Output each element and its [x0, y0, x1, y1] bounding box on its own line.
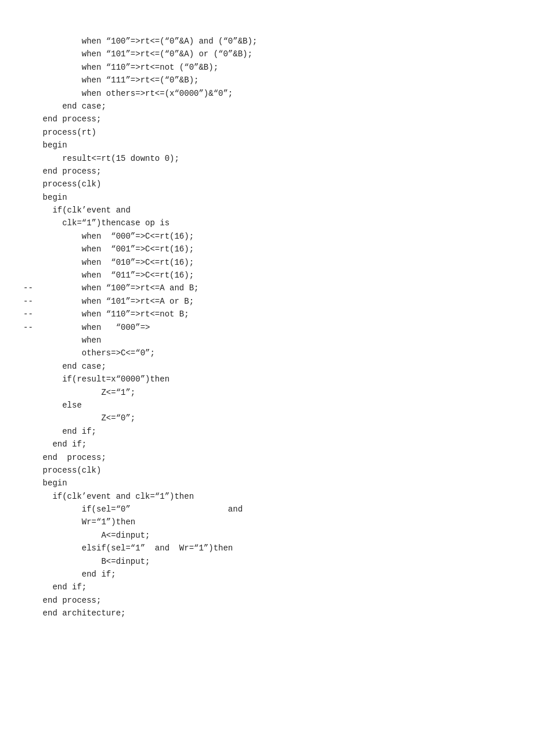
code-line: end process; — [23, 113, 511, 125]
code-line: if(clk’event and clk=“1”)then — [23, 490, 511, 503]
code-line: process(clk) — [23, 464, 511, 477]
code-line: process(rt) — [23, 126, 511, 139]
code-line: begin — [23, 477, 511, 489]
code-line: end if; — [23, 425, 511, 438]
code-line: when “011”=>C<=rt(16); — [23, 269, 511, 282]
code-line: when “111”=>rt<=(“0”&B); — [23, 74, 511, 87]
code-line: -- when “000”=> — [23, 321, 511, 334]
code-line: end if; — [23, 568, 511, 581]
code-line: end if; — [23, 438, 511, 451]
code-line: end process; — [23, 594, 511, 607]
code-line: when “001”=>C<=rt(16); — [23, 243, 511, 255]
code-line: if(result=x“0000”)then — [23, 373, 511, 386]
code-line: process(clk) — [23, 178, 511, 190]
code-line: when “000”=>C<=rt(16); — [23, 230, 511, 243]
code-line: result<=rt(15 downto 0); — [23, 152, 511, 165]
code-line: when “101”=>rt<=(“0”&A) or (“0”&B); — [23, 48, 511, 60]
code-line: if(clk’event and — [23, 204, 511, 217]
code-line: end case; — [23, 100, 511, 113]
code-line: -- when “110”=>rt<=not B; — [23, 308, 511, 321]
code-container: when “100”=>rt<=(“0”&A) and (“0”&B); whe… — [0, 35, 534, 620]
code-line: elsif(sel=“1” and Wr=“1”)then — [23, 542, 511, 555]
code-line: end if; — [23, 581, 511, 593]
code-line: A<=dinput; — [23, 529, 511, 542]
code-line: when others=>rt<=(x“0000”)&“0”; — [23, 87, 511, 100]
code-line: when “010”=>C<=rt(16); — [23, 256, 511, 269]
code-line: when “110”=>rt<=not (“0”&B); — [23, 61, 511, 74]
code-line: -- when “101”=>rt<=A or B; — [23, 295, 511, 308]
code-line: end process; — [23, 165, 511, 178]
code-line: others=>C<=“0”; — [23, 347, 511, 359]
code-line: when “100”=>rt<=(“0”&A) and (“0”&B); — [23, 35, 511, 48]
code-line: if(sel=“0” and — [23, 503, 511, 516]
code-line: begin — [23, 191, 511, 204]
code-line: B<=dinput; — [23, 555, 511, 568]
code-line: begin — [23, 139, 511, 152]
code-line: Z<=“1”; — [23, 386, 511, 399]
code-line: clk=“1”)thencase op is — [23, 217, 511, 229]
code-line: Z<=“0”; — [23, 412, 511, 424]
code-line: -- when “100”=>rt<=A and B; — [23, 282, 511, 294]
code-line: end process; — [23, 451, 511, 464]
code-line: end architecture; — [23, 607, 511, 620]
code-line: when — [23, 334, 511, 347]
code-line: else — [23, 399, 511, 412]
code-line: end case; — [23, 360, 511, 373]
code-line: Wr=“1”)then — [23, 516, 511, 528]
